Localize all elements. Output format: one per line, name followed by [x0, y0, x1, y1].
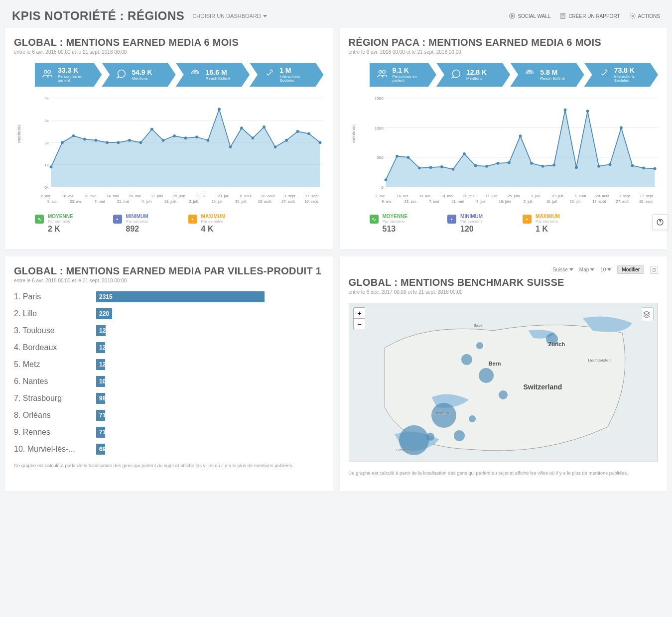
help-button[interactable]	[652, 214, 668, 230]
dashboard-picker[interactable]: CHOISIR UN DASHBOARD	[192, 13, 267, 19]
stat-value: 4 K	[201, 225, 226, 234]
view-dropdown[interactable]: Map	[579, 267, 594, 272]
card-villes-produit: GLOBAL : MENTIONS EARNED MEDIA PAR VILLE…	[5, 256, 333, 492]
stat-sub: Par semaine	[460, 219, 483, 224]
kpi-chip[interactable]: 5.8 MReach Estimé	[510, 63, 584, 87]
region-dropdown[interactable]: Suisse	[553, 267, 573, 272]
bar-row: 8. Orléans71	[14, 410, 324, 421]
kpi-chip[interactable]: 12.8 KMentions	[436, 63, 510, 87]
bar-fill[interactable]: 98	[96, 393, 105, 404]
bar-fill[interactable]: 104	[96, 376, 105, 387]
stat-title: MINIMUM	[126, 214, 148, 219]
map-bubble-lausanne[interactable]	[431, 403, 456, 428]
kpi-value: 1 M	[279, 67, 313, 74]
stat-max: ▪MAXIMUMPar semaine1 K	[523, 214, 560, 234]
kpi-chip[interactable]: 9.1 KPersonnes en parlent	[370, 63, 436, 87]
kpi-strip: 33.3 KPersonnes en parlent54.9 KMentions…	[35, 63, 324, 87]
map-label-liechtenstein: Liechtenstein	[588, 358, 612, 363]
map-label-basel: Basel	[474, 323, 484, 328]
bar-label: 6. Nantes	[14, 377, 96, 386]
stat-min: ▪MINIMUMPar semaine892	[113, 214, 148, 234]
map-bubble[interactable]	[476, 342, 483, 349]
stat-min: ▪MINIMUMPar semaine120	[447, 214, 483, 234]
svg-point-37	[296, 130, 299, 133]
map[interactable]: + − Zürich Bern Switzerland Genève Lausa…	[349, 303, 659, 462]
bar-fill[interactable]: 121	[96, 359, 105, 370]
svg-point-2	[632, 15, 634, 17]
kpi-icon	[450, 68, 461, 81]
bar-label: 1. Paris	[14, 292, 96, 301]
svg-point-29	[207, 139, 210, 142]
create-report-button[interactable]: CRÉER UN RAPPORT	[559, 12, 620, 19]
actions-button[interactable]: ACTIONS	[629, 12, 660, 19]
bar-fill[interactable]: 69	[96, 444, 105, 455]
svg-point-57	[463, 152, 466, 155]
kpi-value: 54.9 K	[132, 69, 152, 76]
stat-value: 892	[126, 225, 148, 234]
bar-row: 9. Rennes71	[14, 427, 324, 438]
stat-max: ▪MAXIMUMPar semaine4 K	[188, 214, 226, 234]
trash-icon	[652, 267, 657, 272]
map-bubble[interactable]	[499, 390, 508, 399]
svg-point-59	[485, 165, 488, 168]
svg-point-16	[61, 141, 64, 144]
stat-sub: Par semaine	[126, 219, 148, 224]
gear-icon	[629, 12, 636, 19]
svg-point-33	[252, 136, 255, 139]
svg-point-74	[653, 167, 656, 170]
bar-fill[interactable]: 71	[96, 410, 105, 421]
page-header: KPIS NOTORIÉTÉ : RÉGIONS CHOISIR UN DASH…	[0, 0, 672, 28]
map-bubble[interactable]	[426, 433, 434, 441]
map-bubble[interactable]	[454, 430, 465, 441]
modify-button[interactable]: Modifier	[617, 265, 644, 274]
kpi-chip[interactable]: 73.8 KInteractions Sociales	[584, 63, 658, 87]
map-bubble[interactable]	[469, 415, 476, 422]
card-date-range: entre le 6 avr. 2018 00:00 et le 21 sept…	[14, 278, 324, 283]
svg-text:1000: 1000	[374, 126, 384, 130]
limit-dropdown[interactable]: 10	[600, 267, 611, 272]
svg-point-23	[139, 141, 142, 144]
kpi-chip[interactable]: 16.6 MReach Estimé	[176, 63, 250, 87]
kpi-chip[interactable]: 54.9 KMentions	[102, 63, 175, 87]
svg-point-55	[440, 165, 443, 168]
stat-value: 120	[460, 225, 483, 234]
svg-text:500: 500	[377, 155, 384, 160]
x-axis-labels-2: 9. avr.23. avr.7. mai21. mai4. juin18. j…	[41, 199, 324, 204]
delete-button[interactable]	[650, 266, 658, 274]
kpi-icon	[42, 68, 53, 81]
kpi-value: 33.3 K	[58, 67, 92, 74]
bar-row: 7. Strasbourg98	[14, 393, 324, 404]
bar-fill[interactable]: 2315	[96, 291, 265, 302]
map-bubble[interactable]	[461, 354, 472, 365]
social-wall-button[interactable]: SOCIAL WALL	[509, 12, 550, 19]
bar-fill[interactable]: 220	[96, 308, 112, 319]
svg-point-65	[552, 164, 555, 167]
bar-fill[interactable]: 121	[96, 342, 105, 353]
map-bubble-bern[interactable]	[479, 368, 494, 383]
kpi-chip[interactable]: 1 MInteractions Sociales	[250, 63, 323, 87]
bar-fill[interactable]: 128	[96, 325, 106, 336]
svg-point-22	[128, 139, 131, 142]
svg-point-58	[474, 164, 477, 167]
kpi-icon	[598, 68, 609, 81]
svg-point-15	[50, 165, 53, 168]
svg-point-28	[195, 135, 198, 138]
stat-sub: Par semaine	[536, 219, 560, 224]
kpi-icon	[264, 68, 274, 81]
x-axis-labels-2: 9. avr.23. avr.7. mai21. mai4. juin18. j…	[375, 199, 658, 204]
kpi-value: 5.8 M	[540, 69, 565, 76]
kpi-chip[interactable]: 33.3 KPersonnes en parlent	[35, 63, 102, 87]
line-chart: 0k1k2k3k4k	[35, 95, 324, 193]
svg-point-66	[563, 109, 566, 112]
x-axis-labels: 2. avr.16. avr.30. avr.14. mai28. mai11.…	[35, 194, 324, 198]
svg-point-56	[451, 168, 454, 171]
bar-label: 4. Bordeaux	[14, 343, 96, 352]
bar-fill[interactable]: 71	[96, 427, 105, 438]
stat-icon: ▪	[447, 215, 456, 224]
svg-point-67	[575, 166, 578, 169]
svg-point-71	[620, 126, 623, 129]
card-footnote: Ce graphe est calculé à partir de la loc…	[14, 463, 324, 468]
svg-point-68	[586, 110, 589, 113]
kpi-label: Mentions	[466, 77, 487, 81]
document-icon	[559, 12, 566, 19]
